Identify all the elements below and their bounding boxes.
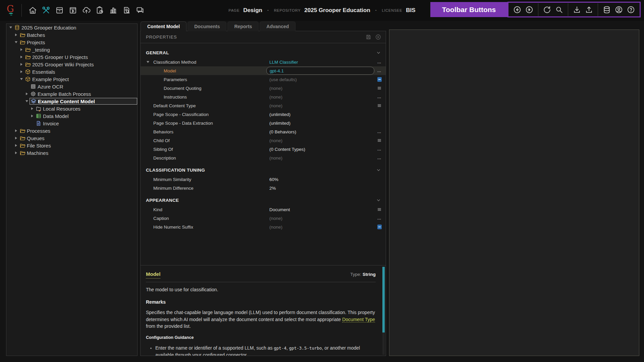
document-type-link[interactable]: Document Type (342, 317, 375, 322)
tree-item-essentials[interactable]: Essentials (6, 68, 137, 75)
tree-collapse-arrow[interactable] (13, 41, 19, 43)
tools-icon[interactable] (42, 6, 51, 15)
refresh-icon[interactable] (543, 5, 551, 14)
tree-expand-arrow[interactable] (18, 70, 24, 73)
account-icon[interactable] (614, 5, 623, 14)
tab-reports[interactable]: Reports (227, 21, 259, 31)
ellipsis-button[interactable]: … (376, 129, 383, 134)
tab-content-model[interactable]: Content Model (141, 21, 186, 31)
tree-item-queues[interactable]: Queues (6, 134, 137, 142)
close-circle-icon[interactable] (375, 34, 381, 40)
tree-collapse-arrow[interactable] (24, 100, 30, 102)
property-row-model[interactable]: Modelgpt-4.1… (141, 66, 386, 75)
tree-expand-arrow[interactable] (18, 56, 24, 58)
property-value-input[interactable]: gpt-4.1 (266, 67, 374, 75)
ellipsis-button[interactable]: … (376, 95, 383, 99)
tree-item-azure-ocr[interactable]: Azure OCR (6, 83, 137, 90)
tree-expand-arrow[interactable] (24, 93, 30, 95)
property-row-caption[interactable]: Caption(none)… (141, 214, 386, 223)
menu-button[interactable] (376, 207, 383, 212)
tree-expand-arrow[interactable] (29, 115, 35, 117)
tree-item-body[interactable]: Processes (19, 127, 137, 134)
tree-item-example-batch-process[interactable]: Example Batch Process (6, 90, 137, 98)
tree-item-body[interactable]: Invoice (35, 120, 137, 127)
tree-expand-arrow[interactable] (18, 48, 24, 51)
chevron-down-icon[interactable] (376, 198, 381, 202)
upload-icon[interactable] (585, 5, 593, 14)
section-header-classification-tuning[interactable]: CLASSIFICATION TUNING (141, 165, 386, 175)
database-icon[interactable] (602, 5, 611, 14)
property-row-hide-numeric-suffix[interactable]: Hide Numeric Suffix(none) (141, 223, 386, 231)
property-row-classification-method[interactable]: Classification MethodLLM Classifier… (141, 58, 386, 66)
property-row-minimum-difference[interactable]: Minimum Difference2% (141, 184, 386, 192)
property-row-page-scope-data-extraction[interactable]: Page Scope - Data Extraction(unlimited) (141, 119, 386, 127)
media-box-icon[interactable] (68, 6, 77, 15)
tree-item-body[interactable]: 2025 Grooper Education (13, 24, 137, 31)
tree-item-body[interactable]: Essentials (24, 68, 137, 75)
cloud-upload-icon[interactable] (82, 6, 91, 15)
property-row-parameters[interactable]: Parameters(use defaults) (141, 75, 386, 84)
search-icon[interactable] (555, 5, 564, 14)
tree-item-body[interactable]: Queues (19, 135, 137, 141)
tree-expand-arrow[interactable] (13, 152, 19, 154)
property-row-description[interactable]: Description(none)… (141, 154, 386, 162)
tree-item-processes[interactable]: Processes (6, 127, 137, 134)
tree-expand-arrow[interactable] (29, 107, 35, 110)
back-icon[interactable] (513, 5, 522, 14)
ellipsis-button[interactable]: … (376, 156, 383, 160)
section-header-general[interactable]: GENERAL (141, 48, 386, 58)
tree-item-2025-grooper-u-projects[interactable]: 2025 Grooper U Projects (6, 53, 137, 61)
tree-item-body[interactable]: Projects (19, 39, 137, 46)
ellipsis-button[interactable]: … (376, 216, 383, 221)
property-row-behaviors[interactable]: Behaviors(0 Behaviors)… (141, 127, 386, 136)
tree-item-body[interactable]: Example Content Model (30, 98, 137, 105)
tree-collapse-arrow[interactable] (18, 78, 24, 80)
archive-box-icon[interactable] (55, 6, 64, 15)
tree-item-example-project[interactable]: Example Project (6, 75, 137, 83)
save-icon[interactable] (365, 34, 372, 40)
tree-item-body[interactable]: Azure OCR (30, 83, 137, 90)
toggle-button[interactable] (376, 77, 383, 82)
property-row-child-of[interactable]: Child Of(none) (141, 136, 386, 145)
chat-icon[interactable] (136, 6, 145, 15)
tree-item-body[interactable]: Example Batch Process (30, 90, 137, 97)
ellipsis-button[interactable]: … (376, 60, 383, 64)
property-row-page-scope-classification[interactable]: Page Scope - Classification(unlimited) (141, 110, 386, 119)
tree-item--testing[interactable]: _testing (6, 46, 137, 53)
tree-item-body[interactable]: Batches (19, 32, 137, 38)
toggle-button[interactable] (376, 225, 383, 229)
download-icon[interactable] (573, 5, 581, 14)
tree-item-2025-grooper-wiki-projects[interactable]: 2025 Grooper Wiki Projects (6, 61, 137, 68)
chevron-down-icon[interactable] (376, 168, 381, 172)
tree-item-batches[interactable]: Batches (6, 31, 137, 39)
tree-item-machines[interactable]: Machines (6, 149, 137, 157)
property-row-sibling-of[interactable]: Sibling Of(0 Content Types)… (141, 145, 386, 154)
tree-item-file-stores[interactable]: File Stores (6, 142, 137, 149)
tree-item-body[interactable]: 2025 Grooper U Projects (24, 54, 137, 60)
tree-item-body[interactable]: Example Project (24, 76, 137, 82)
tab-documents[interactable]: Documents (187, 21, 226, 31)
property-row-minimum-similarity[interactable]: Minimum Similarity60% (141, 175, 386, 184)
ellipsis-button[interactable]: … (376, 68, 383, 73)
property-row-document-quoting[interactable]: Document Quoting(none) (141, 84, 386, 93)
ellipsis-button[interactable]: … (376, 147, 383, 152)
tree-item-projects[interactable]: Projects (6, 39, 137, 46)
tree-expand-arrow[interactable] (13, 34, 19, 36)
tree-item-example-content-model[interactable]: Example Content Model (6, 98, 137, 105)
property-row-kind[interactable]: KindDocument (141, 205, 386, 214)
help-scrollbar[interactable] (382, 267, 385, 355)
grooper-logo-icon[interactable]: G (5, 3, 17, 18)
tree-expand-arrow[interactable] (13, 137, 19, 139)
tree-expand-arrow[interactable] (13, 129, 19, 132)
section-header-appearance[interactable]: APPEARANCE (141, 195, 386, 205)
tree-expand-arrow[interactable] (18, 63, 24, 66)
tree-item-data-model[interactable]: Data Model (6, 112, 137, 120)
tree-collapse-arrow[interactable] (8, 26, 13, 28)
tree-item-local-resources[interactable]: pLocal Resources (6, 105, 137, 112)
bar-chart-icon[interactable] (109, 6, 118, 15)
tree-item-body[interactable]: Data Model (35, 113, 137, 119)
clipboard-clock-icon[interactable] (95, 6, 104, 15)
chevron-down-icon[interactable] (376, 51, 381, 55)
help-icon[interactable] (627, 5, 635, 14)
property-row-instructions[interactable]: Instructions(none)… (141, 93, 386, 101)
